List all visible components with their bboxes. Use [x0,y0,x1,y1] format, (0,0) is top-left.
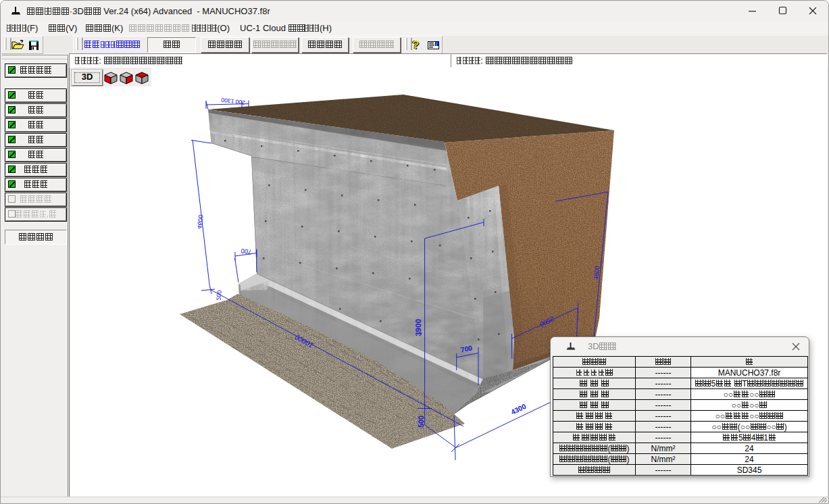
svg-text:4600: 4600 [196,214,205,229]
svg-text:4600: 4600 [593,266,601,280]
svg-text:500: 500 [417,415,425,428]
svg-text:4300: 4300 [509,402,527,416]
svg-text:700: 700 [241,247,252,256]
svg-text:3900: 3900 [414,319,422,336]
svg-text:200: 200 [216,290,223,301]
svg-text:200 1300: 200 1300 [221,97,246,106]
